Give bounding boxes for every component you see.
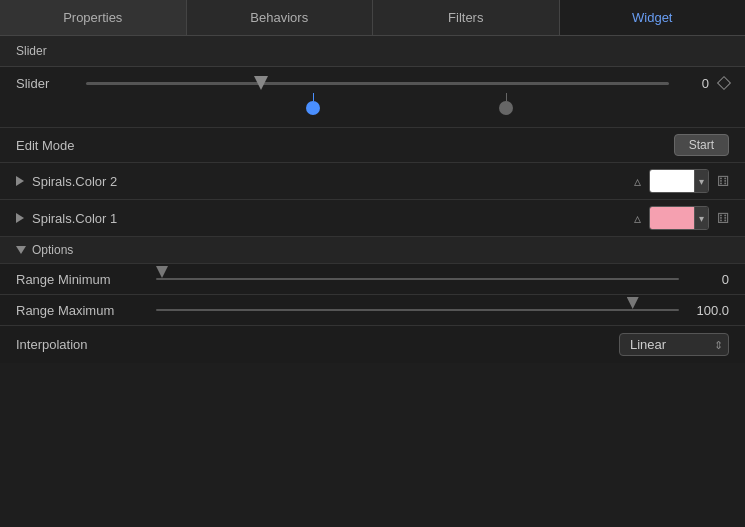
range-min-value: 0 [679,272,729,287]
tab-behaviors[interactable]: Behaviors [187,0,374,35]
keyframe-icon-color1[interactable]: ⚅ [717,210,729,226]
tab-properties[interactable]: Properties [0,0,187,35]
options-expand-icon [16,246,26,254]
range-min-track-bar [156,278,679,280]
color1-chevron[interactable]: ▾ [694,207,708,229]
slider-label: Slider [16,76,76,91]
slider-thumb[interactable] [254,76,268,90]
spirals-color2-label: Spirals.Color 2 [32,174,626,189]
edit-mode-row: Edit Mode Start [0,128,745,163]
slider-row: Slider 0 [16,75,729,91]
range-maximum-row: Range Maximum 100.0 [0,295,745,326]
spirals-color1-row: Spirals.Color 1 ▵ ▾ ⚅ [0,200,745,237]
options-header[interactable]: Options [0,237,745,264]
range-max-label: Range Maximum [16,303,156,318]
color1-swatch [650,207,694,229]
range-min-track[interactable] [156,271,679,287]
panel-content: Slider Slider 0 Edit Mode Start [0,36,745,363]
range-max-value: 100.0 [679,303,729,318]
interpolation-row: Interpolation Linear Ease In Ease Out Ea… [0,326,745,363]
range-max-track-bar [156,309,679,311]
color2-swatch [650,170,694,192]
options-label: Options [32,243,73,257]
range-min-thumb[interactable] [156,266,168,278]
slider-value: 0 [679,76,709,91]
slider-section-header: Slider [0,36,745,67]
range-minimum-row: Range Minimum 0 [0,264,745,295]
expand-icon-color1[interactable] [16,213,24,223]
dot-blue[interactable] [306,101,320,115]
interpolation-select-wrapper[interactable]: Linear Ease In Ease Out Ease In/Out [619,333,729,356]
tab-widget[interactable]: Widget [560,0,746,35]
interpolation-select[interactable]: Linear Ease In Ease Out Ease In/Out [619,333,729,356]
color2-swatch-wrapper[interactable]: ▾ [649,169,709,193]
edit-mode-label: Edit Mode [16,138,674,153]
interpolation-label: Interpolation [16,337,156,352]
range-min-label: Range Minimum [16,272,156,287]
eyedropper-icon-color2[interactable]: ▵ [634,173,641,189]
color1-swatch-wrapper[interactable]: ▾ [649,206,709,230]
slider-track-wrapper[interactable] [86,75,669,91]
slider-container: Slider 0 [0,67,745,128]
slider-track [86,82,669,85]
spirals-color1-label: Spirals.Color 1 [32,211,626,226]
spirals-color2-row: Spirals.Color 2 ▵ ▾ ⚅ [0,163,745,200]
range-max-track[interactable] [156,302,679,318]
dot-gray[interactable] [499,101,513,115]
start-button[interactable]: Start [674,134,729,156]
expand-icon-color2[interactable] [16,176,24,186]
tab-filters[interactable]: Filters [373,0,560,35]
eyedropper-icon-color1[interactable]: ▵ [634,210,641,226]
color2-chevron[interactable]: ▾ [694,170,708,192]
keyframe-diamond[interactable] [717,76,731,90]
keyframe-icon-color2[interactable]: ⚅ [717,173,729,189]
range-max-thumb[interactable] [627,297,639,309]
tab-bar: Properties Behaviors Filters Widget [0,0,745,36]
